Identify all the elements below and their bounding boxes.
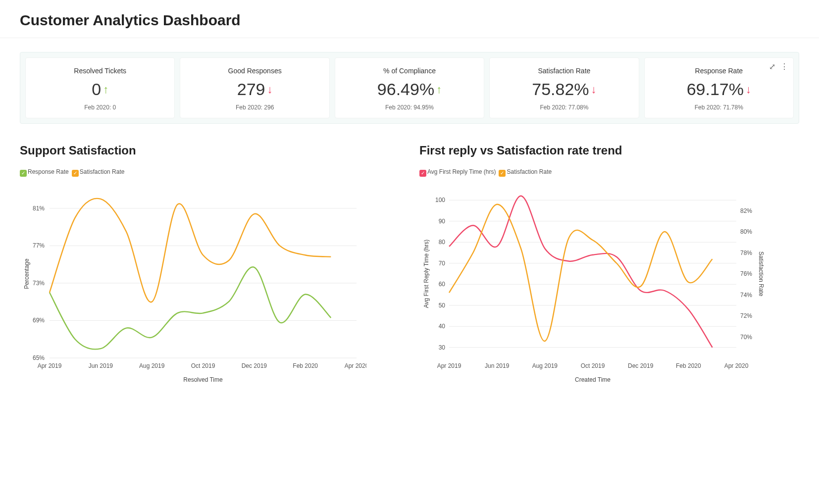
kpi-card: ⤢⋮Response Rate69.17%↓Feb 2020: 71.78% xyxy=(644,57,794,118)
svg-text:100: 100 xyxy=(435,197,445,203)
svg-text:Aug 2019: Aug 2019 xyxy=(532,362,558,369)
svg-text:Aug 2019: Aug 2019 xyxy=(139,362,165,369)
svg-text:80: 80 xyxy=(439,239,446,246)
svg-text:Feb 2020: Feb 2020 xyxy=(676,362,701,369)
svg-text:70%: 70% xyxy=(740,334,752,341)
kpi-value: 279 xyxy=(237,80,265,99)
svg-text:80%: 80% xyxy=(740,228,752,235)
kpi-subtext: Feb 2020: 77.08% xyxy=(496,104,632,111)
kpi-card: Resolved Tickets0↑Feb 2020: 0 xyxy=(25,57,175,118)
kpi-subtext: Feb 2020: 94.95% xyxy=(341,104,478,111)
svg-text:Dec 2019: Dec 2019 xyxy=(628,362,654,369)
svg-text:82%: 82% xyxy=(740,207,752,214)
kpi-label: Response Rate xyxy=(651,67,787,75)
kpi-label: Resolved Tickets xyxy=(32,67,168,75)
kpi-label: % of Compliance xyxy=(341,67,478,75)
expand-icon[interactable]: ⤢ xyxy=(769,62,775,71)
charts-row: Support Satisfaction ✓Response Rate✓Sati… xyxy=(20,144,799,388)
chart-svg: 3040506070809010070%72%74%76%78%80%82%Ap… xyxy=(419,180,766,388)
svg-text:Percentage: Percentage xyxy=(23,258,30,289)
kpi-subtext: Feb 2020: 71.78% xyxy=(651,104,787,111)
svg-text:81%: 81% xyxy=(33,205,45,212)
svg-text:78%: 78% xyxy=(740,250,752,256)
page-title: Customer Analytics Dashboard xyxy=(20,12,799,29)
chart-title: First reply vs Satisfaction rate trend xyxy=(419,144,799,157)
svg-text:69%: 69% xyxy=(33,317,45,324)
kpi-value: 75.82% xyxy=(532,80,589,99)
legend-item[interactable]: ✓Satisfaction Rate xyxy=(499,168,552,175)
svg-text:72%: 72% xyxy=(740,312,752,319)
kpi-subtext: Feb 2020: 0 xyxy=(32,104,168,111)
legend-swatch: ✓ xyxy=(419,170,426,177)
svg-text:Jun 2019: Jun 2019 xyxy=(485,362,510,369)
chart-legend: ✓Avg First Reply Time (hrs)✓Satisfaction… xyxy=(419,168,799,177)
legend-label: Response Rate xyxy=(28,168,69,175)
svg-text:65%: 65% xyxy=(33,354,45,361)
svg-text:60: 60 xyxy=(439,281,446,288)
trend-up-icon: ↑ xyxy=(436,83,442,96)
trend-down-icon: ↓ xyxy=(591,83,597,96)
trend-down-icon: ↓ xyxy=(267,83,272,96)
chart-legend: ✓Response Rate✓Satisfaction Rate xyxy=(20,168,400,177)
legend-swatch: ✓ xyxy=(72,170,79,177)
svg-text:74%: 74% xyxy=(740,292,752,299)
kpi-card: Good Responses279↓Feb 2020: 296 xyxy=(180,57,329,118)
svg-text:Oct 2019: Oct 2019 xyxy=(191,362,215,369)
svg-text:40: 40 xyxy=(439,323,446,330)
svg-text:50: 50 xyxy=(439,302,446,309)
kpi-subtext: Feb 2020: 296 xyxy=(186,104,323,111)
legend-swatch: ✓ xyxy=(499,170,506,177)
chart-svg: 65%69%73%77%81%Apr 2019Jun 2019Aug 2019O… xyxy=(20,180,366,388)
svg-text:30: 30 xyxy=(439,344,446,351)
svg-text:77%: 77% xyxy=(33,242,45,249)
kpi-label: Satisfaction Rate xyxy=(496,67,632,75)
kpi-value: 0 xyxy=(92,80,101,99)
svg-text:Apr 2019: Apr 2019 xyxy=(437,362,461,369)
kpi-card: Satisfaction Rate75.82%↓Feb 2020: 77.08% xyxy=(489,57,639,118)
legend-label: Satisfaction Rate xyxy=(507,168,552,175)
kpi-label: Good Responses xyxy=(186,67,323,75)
trend-up-icon: ↑ xyxy=(103,83,108,96)
svg-text:76%: 76% xyxy=(740,270,752,277)
legend-label: Satisfaction Rate xyxy=(80,168,125,175)
legend-swatch: ✓ xyxy=(20,170,27,177)
svg-text:Apr 2020: Apr 2020 xyxy=(345,362,366,369)
legend-item[interactable]: ✓Response Rate xyxy=(20,168,69,175)
legend-item[interactable]: ✓Satisfaction Rate xyxy=(72,168,125,175)
chart-first-reply-vs-satisfaction: First reply vs Satisfaction rate trend ✓… xyxy=(419,144,799,388)
svg-text:70: 70 xyxy=(439,260,446,267)
more-icon[interactable]: ⋮ xyxy=(780,62,788,71)
chart-support-satisfaction: Support Satisfaction ✓Response Rate✓Sati… xyxy=(20,144,400,388)
svg-text:Dec 2019: Dec 2019 xyxy=(242,362,267,369)
svg-text:Feb 2020: Feb 2020 xyxy=(293,362,318,369)
svg-text:Oct 2019: Oct 2019 xyxy=(581,362,605,369)
kpi-card: % of Compliance96.49%↑Feb 2020: 94.95% xyxy=(335,57,484,118)
header-divider xyxy=(0,38,819,38)
kpi-value: 96.49% xyxy=(377,80,434,99)
svg-text:Apr 2019: Apr 2019 xyxy=(38,362,62,369)
kpi-value: 69.17% xyxy=(687,80,744,99)
svg-text:73%: 73% xyxy=(33,280,45,287)
svg-text:Created Time: Created Time xyxy=(575,376,611,383)
svg-text:Resolved Time: Resolved Time xyxy=(183,376,223,383)
svg-text:90: 90 xyxy=(439,218,446,225)
legend-label: Avg First Reply Time (hrs) xyxy=(427,168,496,175)
kpi-strip: Resolved Tickets0↑Feb 2020: 0Good Respon… xyxy=(20,52,799,124)
legend-item[interactable]: ✓Avg First Reply Time (hrs) xyxy=(419,168,496,175)
svg-text:Satisfaction Rate: Satisfaction Rate xyxy=(758,252,765,297)
svg-text:Avg First Reply Time (hrs): Avg First Reply Time (hrs) xyxy=(423,240,430,308)
chart-title: Support Satisfaction xyxy=(20,144,400,157)
trend-down-icon: ↓ xyxy=(746,83,751,96)
svg-text:Jun 2019: Jun 2019 xyxy=(89,362,113,369)
svg-text:Apr 2020: Apr 2020 xyxy=(724,362,749,369)
